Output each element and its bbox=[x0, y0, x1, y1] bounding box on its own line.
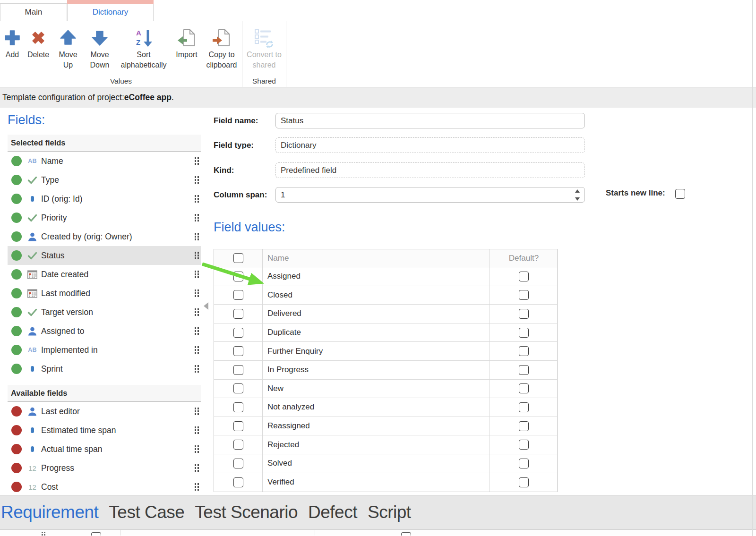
field-row-cost[interactable]: 12Cost bbox=[8, 477, 201, 495]
ribbon-tab-bar: Main Dictionary bbox=[0, 0, 756, 21]
starts-new-line-checkbox[interactable] bbox=[675, 189, 685, 199]
ribbon-button-convert-to-shared[interactable]: Convert to shared bbox=[243, 25, 285, 70]
drag-handle-icon[interactable] bbox=[195, 346, 199, 354]
field-row-last-editor[interactable]: Last editor bbox=[8, 402, 201, 421]
field-row-target-version[interactable]: Target version bbox=[8, 303, 201, 322]
default-checkbox[interactable] bbox=[519, 459, 529, 468]
drag-handle-icon[interactable] bbox=[195, 289, 199, 297]
drag-handle-icon[interactable] bbox=[195, 176, 199, 184]
select-all-checkbox[interactable] bbox=[233, 253, 243, 263]
row-select-checkbox[interactable] bbox=[233, 402, 243, 412]
svg-text:Z: Z bbox=[136, 38, 140, 46]
field-row-id-orig-id[interactable]: ID (orig: Id) bbox=[8, 189, 201, 208]
ribbon-button-add[interactable]: Add bbox=[1, 25, 24, 60]
project-name: eCoffee app bbox=[124, 93, 172, 102]
default-checkbox[interactable] bbox=[519, 365, 529, 375]
default-checkbox[interactable] bbox=[519, 328, 529, 338]
drag-handle-icon[interactable] bbox=[195, 271, 199, 278]
field-row-progress[interactable]: 12Progress bbox=[8, 459, 201, 477]
drag-handle-icon[interactable] bbox=[195, 408, 199, 415]
ribbon-button-import[interactable]: Import bbox=[171, 25, 202, 60]
tab-dictionary[interactable]: Dictionary bbox=[67, 0, 154, 21]
panel-collapse-arrow-icon[interactable] bbox=[204, 302, 208, 310]
default-checkbox[interactable] bbox=[519, 477, 529, 487]
template-tab-requirement[interactable]: Requirement bbox=[1, 502, 98, 522]
default-checkbox[interactable] bbox=[519, 402, 529, 412]
row-select-checkbox[interactable] bbox=[233, 328, 243, 338]
ribbon-button-copy-to-clipboard[interactable]: Copy to clipboard bbox=[202, 25, 241, 70]
field-row-name[interactable]: ABName bbox=[8, 152, 201, 170]
red-status-circle-icon bbox=[11, 425, 22, 435]
drag-handle-icon[interactable] bbox=[195, 233, 199, 240]
column-span-stepper[interactable] bbox=[573, 189, 582, 201]
person-icon bbox=[26, 327, 39, 336]
drag-handle-icon[interactable] bbox=[195, 157, 199, 165]
drag-handle-icon[interactable] bbox=[195, 464, 199, 472]
template-tab-script[interactable]: Script bbox=[368, 502, 411, 522]
green-status-circle-icon bbox=[11, 175, 22, 185]
field-value-row-rejected: Rejected bbox=[214, 435, 557, 454]
row-select-checkbox[interactable] bbox=[233, 459, 243, 468]
default-checkbox[interactable] bbox=[519, 272, 529, 281]
field-value-name: Delivered bbox=[263, 305, 490, 323]
default-checkbox[interactable] bbox=[519, 440, 529, 450]
fields-panel: Fields: Selected fields ABNameTypeID (or… bbox=[8, 108, 201, 495]
ribbon-button-move-up[interactable]: Move Up bbox=[53, 25, 83, 70]
template-tab-test-scenario[interactable]: Test Scenario bbox=[195, 502, 298, 522]
row-select-checkbox[interactable] bbox=[233, 421, 243, 431]
column-span-label: Column span: bbox=[214, 187, 267, 203]
tab-main[interactable]: Main bbox=[0, 3, 67, 21]
field-value-name: New bbox=[263, 380, 490, 398]
field-name-input[interactable] bbox=[275, 113, 585, 128]
default-checkbox[interactable] bbox=[519, 309, 529, 319]
row-select-checkbox[interactable] bbox=[233, 309, 243, 319]
row-select-checkbox[interactable] bbox=[233, 346, 243, 356]
ribbon-button-sort-alphabetically[interactable]: AZSort alphabetically bbox=[116, 25, 171, 70]
row-select-checkbox[interactable] bbox=[233, 440, 243, 450]
drag-handle-icon[interactable] bbox=[195, 214, 199, 221]
template-tab-test-case[interactable]: Test Case bbox=[109, 502, 184, 522]
drag-handle-icon[interactable] bbox=[195, 327, 199, 335]
column-span-input[interactable] bbox=[275, 187, 585, 203]
drag-handle-icon[interactable] bbox=[195, 252, 199, 259]
row-select-checkbox[interactable] bbox=[233, 383, 243, 393]
field-row-actual-time-span[interactable]: Actual time span bbox=[8, 440, 201, 459]
template-bar-text: Template configuration of project: bbox=[2, 93, 124, 102]
field-type-value: Dictionary bbox=[275, 137, 585, 153]
active-tab-highlight bbox=[67, 0, 154, 4]
field-row-assigned-to[interactable]: Assigned to bbox=[8, 322, 201, 340]
field-row-created-by-orig-owner[interactable]: Created by (orig: Owner) bbox=[8, 227, 201, 246]
main-content: Fields: Selected fields ABNameTypeID (or… bbox=[0, 108, 756, 495]
ribbon-button-delete[interactable]: Delete bbox=[24, 25, 53, 60]
ribbon-button-move-down[interactable]: Move Down bbox=[83, 25, 116, 70]
stepper-down-icon[interactable] bbox=[575, 197, 580, 201]
default-checkbox[interactable] bbox=[519, 421, 529, 431]
drag-handle-icon[interactable] bbox=[195, 483, 199, 491]
drag-handle-icon[interactable] bbox=[195, 195, 199, 203]
row-select-checkbox[interactable] bbox=[233, 365, 243, 375]
field-row-priority[interactable]: Priority bbox=[8, 208, 201, 227]
field-row-date-created[interactable]: Date created bbox=[8, 265, 201, 284]
field-value-name: In Progress bbox=[263, 361, 490, 379]
default-checkbox[interactable] bbox=[519, 383, 529, 393]
default-checkbox[interactable] bbox=[519, 290, 529, 300]
stepper-up-icon[interactable] bbox=[575, 189, 580, 193]
field-row-type[interactable]: Type bbox=[8, 170, 201, 189]
field-row-estimated-time-span[interactable]: Estimated time span bbox=[8, 421, 201, 440]
drag-handle-icon[interactable] bbox=[195, 445, 199, 453]
default-checkbox[interactable] bbox=[519, 346, 529, 356]
copy-to-clipboard-icon bbox=[211, 26, 232, 50]
drag-handle-icon[interactable] bbox=[195, 308, 199, 316]
field-row-last-modified[interactable]: Last modified bbox=[8, 284, 201, 303]
row-select-checkbox[interactable] bbox=[233, 272, 243, 281]
field-row-implemented-in[interactable]: ABImplemented in bbox=[8, 340, 201, 359]
drag-handle-icon[interactable] bbox=[195, 365, 199, 373]
drag-handle-icon[interactable] bbox=[195, 426, 199, 434]
template-tab-defect[interactable]: Defect bbox=[308, 502, 357, 522]
row-select-checkbox[interactable] bbox=[233, 477, 243, 487]
row-select-checkbox[interactable] bbox=[233, 290, 243, 300]
clipped-checkbox bbox=[401, 532, 411, 536]
field-row-sprint[interactable]: Sprint bbox=[8, 359, 201, 378]
field-values-table: Name Default? AssignedClosedDeliveredDup… bbox=[214, 249, 558, 492]
field-row-status[interactable]: Status bbox=[8, 246, 201, 265]
